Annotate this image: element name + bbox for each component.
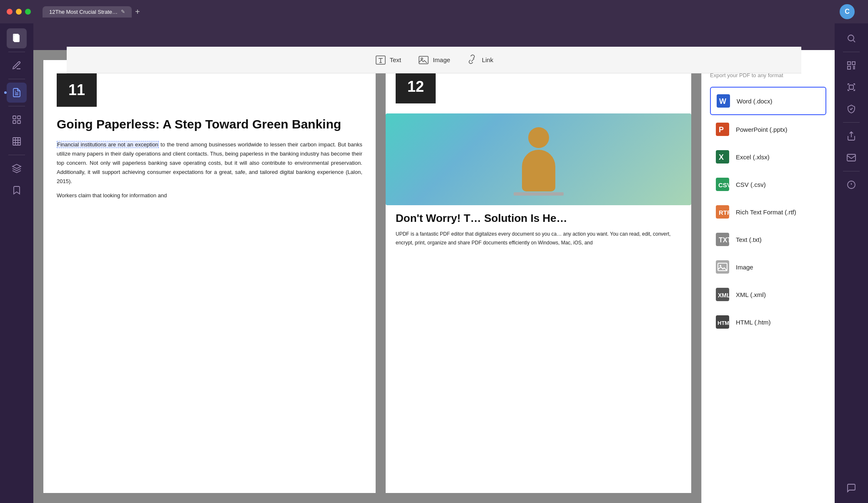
tab-bar: 12The Most Crucial Strate… ✎ + [43,6,140,18]
svg-text:TXT: TXT [719,236,729,244]
sidebar-divider-2 [8,79,25,79]
export-option-label-word: Word (.docx) [737,98,773,105]
app-body: Text Image Link [0,23,868,503]
svg-rect-5 [18,121,20,123]
left-sidebar [0,23,33,503]
export-option-excel[interactable]: XExcel (.xlsx) [710,143,826,170]
sidebar-divider-3 [8,106,25,106]
page-12-number: 12 [407,78,424,96]
right-sidebar [835,23,868,503]
export-option-label-rtf: Rich Text Format (.rtf) [736,209,796,216]
export-option-icon-txt: TXT [715,232,730,247]
right-divider-1 [843,52,860,52]
export-option-label-csv: CSV (.csv) [736,181,766,188]
sidebar-icon-organize[interactable] [7,110,27,130]
page-12-title: Don't Worry! T… Solution Is He… [386,212,691,225]
text-icon [375,54,386,66]
link-label: Link [482,56,494,63]
toolbar-link[interactable]: Link [467,54,494,66]
export-option-label-powerpoint: PowerPoint (.pptx) [736,126,787,133]
titlebar: 12The Most Crucial Strate… ✎ + C [0,0,868,23]
svg-rect-33 [849,85,853,89]
page-12-body: UPDF is a fantastic PDF editor that digi… [386,230,691,247]
export-option-word[interactable]: WWord (.docx) [710,87,826,115]
content-row: 11 Going Paperless: A Step Toward Green … [33,23,835,503]
sidebar-icon-ocr[interactable] [841,55,861,75]
tab-active[interactable]: 12The Most Crucial Strate… ✎ [43,6,132,18]
close-button[interactable] [7,9,13,15]
avatar[interactable]: C [840,4,855,19]
toolbar-text[interactable]: Text [375,54,401,66]
page-11-title: Going Paperless: A Step Toward Green Ban… [57,117,362,132]
export-option-icon-image [715,259,730,274]
export-option-txt[interactable]: TXTText (.txt) [710,226,826,253]
pdf-content-area: 11 Going Paperless: A Step Toward Green … [33,50,701,503]
main-wrapper: Text Image Link [33,23,835,503]
add-tab-button[interactable]: + [135,7,140,17]
svg-point-24 [720,265,721,267]
active-dot [4,91,7,94]
svg-point-9 [421,58,423,60]
highlighted-text: Financial institutions are not an except… [57,141,159,148]
export-option-icon-html: HTML [715,314,730,329]
export-option-csv[interactable]: CSVCSV (.csv) [710,171,826,198]
sidebar-divider-4 [8,155,25,155]
right-divider-2 [843,122,860,123]
pdf-page-11: 11 Going Paperless: A Step Toward Green … [43,60,376,493]
page-11-body-2: Workers claim that looking for informati… [57,191,362,200]
top-toolbar: Text Image Link [67,47,801,73]
svg-text:W: W [719,97,726,106]
page-11-number-box: 11 [57,73,97,107]
sidebar-icon-layers[interactable] [7,158,27,179]
svg-rect-3 [18,116,20,119]
svg-rect-32 [848,66,850,69]
sidebar-icon-email[interactable] [841,148,861,168]
pdf-pages: 11 Going Paperless: A Step Toward Green … [33,50,701,503]
export-option-icon-xml: XML [715,287,730,302]
export-option-powerpoint[interactable]: PPowerPoint (.pptx) [710,116,826,143]
sidebar-icon-protect[interactable] [841,99,861,119]
sidebar-icon-search[interactable] [841,28,861,48]
pdf-page-12: 12 [386,60,691,493]
export-option-label-html: HTML (.htm) [736,319,771,326]
export-option-xml[interactable]: XMLXML (.xml) [710,281,826,308]
export-option-label-image: Image [736,264,753,271]
svg-text:RTF: RTF [719,209,729,216]
traffic-lights [7,9,31,15]
page-11-body: Financial institutions are not an except… [57,140,362,186]
minimize-button[interactable] [16,9,22,15]
page-12-number-box: 12 [396,70,436,103]
sidebar-icon-save[interactable] [841,175,861,195]
sidebar-icon-share[interactable] [841,126,861,146]
toolbar-image[interactable]: Image [418,54,450,66]
export-option-icon-rtf: RTF [715,204,730,219]
page-12-image [386,113,691,205]
export-option-label-xml: XML (.xml) [736,291,766,298]
svg-text:P: P [719,126,724,134]
export-option-icon-word: W [716,93,731,108]
export-option-rtf[interactable]: RTFRich Text Format (.rtf) [710,199,826,225]
svg-rect-2 [13,116,16,119]
sidebar-icon-table[interactable] [7,131,27,151]
tab-title: 12The Most Crucial Strate… [49,9,118,15]
export-option-icon-excel: X [715,149,730,164]
sidebar-divider-1 [8,52,25,52]
edit-icon[interactable]: ✎ [121,9,125,15]
fullscreen-button[interactable] [25,9,31,15]
image-icon [418,54,429,66]
sidebar-icon-annotate[interactable] [7,83,27,103]
export-panel: Export PDF Export your PDF to any format… [701,50,835,503]
titlebar-right: C [840,4,861,19]
svg-rect-30 [848,62,850,65]
export-options-list: WWord (.docx)PPowerPoint (.pptx)XExcel (… [710,87,826,335]
sidebar-icon-chat[interactable] [841,478,861,498]
sidebar-icon-bookmark[interactable] [7,180,27,200]
sidebar-icon-edit[interactable] [7,55,27,75]
sidebar-icon-scan[interactable] [841,77,861,97]
svg-point-29 [848,35,854,41]
export-option-html[interactable]: HTMLHTML (.htm) [710,309,826,335]
export-option-label-txt: Text (.txt) [736,236,762,243]
sidebar-icon-document[interactable] [7,28,27,48]
export-option-image[interactable]: Image [710,254,826,280]
link-icon [467,54,479,66]
